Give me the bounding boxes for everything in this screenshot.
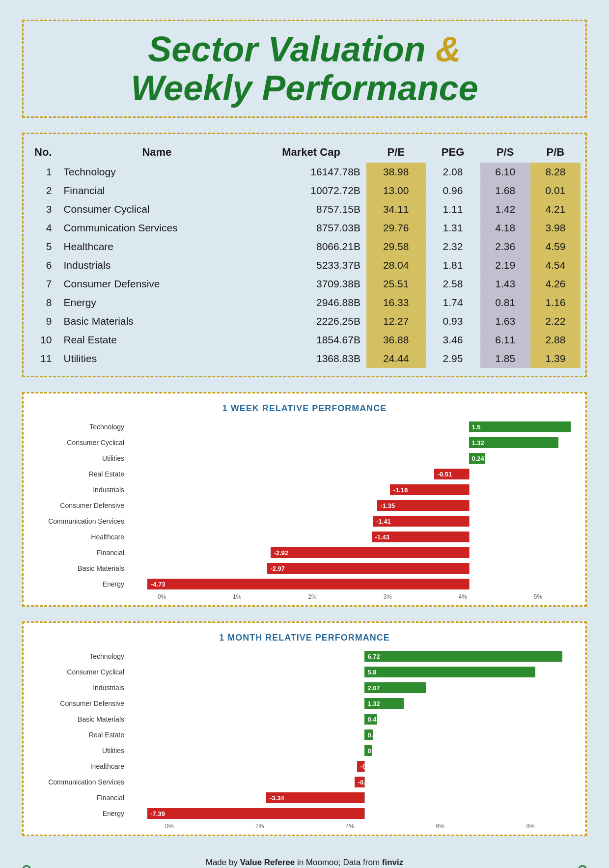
cell-name: Financial — [57, 181, 256, 200]
bar-container: -1.16 — [129, 484, 571, 495]
bar-value-label: -1.41 — [374, 518, 393, 525]
bar-value-label: 0.24 — [365, 747, 382, 755]
bar-row: Industrials-1.16 — [38, 483, 571, 496]
bar-value-label: -2.92 — [272, 549, 290, 557]
cell-ps: 0.81 — [480, 293, 530, 312]
cell-name: Basic Materials — [57, 312, 256, 331]
table-row: 9Basic Materials2226.25B12.270.931.632.2… — [28, 312, 581, 331]
table-col-peg: PEG — [426, 142, 480, 163]
zero-line — [469, 516, 470, 527]
bar-container: -0.26 — [129, 761, 571, 772]
bar-row: Utilities0.24 — [38, 452, 571, 465]
cell-no: 1 — [28, 163, 57, 181]
table-row: 4Communication Services8757.03B29.761.31… — [28, 219, 581, 237]
bar-value-label: -1.35 — [379, 502, 397, 509]
bar-container: 1.32 — [129, 698, 571, 709]
bar-container: -1.43 — [129, 532, 571, 542]
bar-row: Utilities0.24 — [38, 744, 571, 757]
cell-no: 6 — [28, 256, 57, 275]
bar-value-label: -1.16 — [391, 486, 410, 494]
cell-pe: 24.44 — [366, 349, 426, 368]
bar-container: 0.3 — [129, 729, 571, 740]
bar-value-label: 0.24 — [470, 455, 486, 462]
bar-container: 1.32 — [129, 437, 571, 448]
bar-row: Basic Materials-2.97 — [38, 562, 571, 575]
table-row: 5Healthcare8066.21B29.582.322.364.59 — [28, 237, 581, 256]
cell-peg: 0.93 — [426, 312, 480, 331]
cell-ps: 1.63 — [480, 312, 530, 331]
zero-line — [469, 579, 470, 589]
cell-pe: 29.58 — [366, 237, 426, 256]
bar-row: Energy-4.73 — [38, 578, 571, 590]
bar-container: -2.97 — [129, 563, 571, 574]
cell-no: 4 — [28, 219, 57, 237]
cell-no: 9 — [28, 312, 57, 331]
bar-label: Industrials — [38, 486, 129, 494]
cell-ps: 6.10 — [480, 163, 530, 181]
bar-container: 0.42 — [129, 714, 571, 725]
cell-pe: 38.98 — [366, 163, 426, 181]
header-line1: Sector Valuation — [148, 29, 425, 69]
zero-line — [364, 808, 365, 819]
cell-pe: 25.51 — [366, 275, 426, 293]
cell-ps: 6.11 — [480, 331, 530, 349]
cell-marketCap: 8066.21B — [256, 237, 366, 256]
chart1-area: Technology1.5Consumer Cyclical1.32Utilit… — [33, 420, 576, 590]
bar-label: Financial — [38, 549, 129, 557]
bar-label: Basic Materials — [38, 564, 129, 572]
bar-value-label: 1.32 — [470, 439, 486, 447]
cell-peg: 1.31 — [426, 219, 480, 237]
cell-no: 11 — [28, 349, 57, 368]
header-box: Sector Valuation & Weekly Performance — [22, 20, 587, 118]
cell-pe: 29.76 — [366, 219, 426, 237]
table-row: 7Consumer Defensive3709.38B25.512.581.43… — [28, 275, 581, 293]
bar-container: -3.34 — [129, 792, 571, 803]
cell-peg: 1.74 — [426, 293, 480, 312]
table-col-no: No. — [28, 142, 57, 163]
table-row: 6Industrials5233.37B28.041.812.194.54 — [28, 256, 581, 275]
bar-label: Healthcare — [38, 762, 129, 770]
bar-container: 1.5 — [129, 421, 571, 432]
table-col-pe: P/E — [366, 142, 426, 163]
bar-value-label: 5.8 — [365, 669, 378, 676]
cell-pb: 4.54 — [530, 256, 581, 275]
bar-row: Technology6.72 — [38, 650, 571, 663]
bar-label: Technology — [38, 652, 129, 660]
bar-label: Consumer Cyclical — [38, 668, 129, 676]
table-row: 3Consumer Cyclical8757.15B34.111.111.424… — [28, 200, 581, 219]
bar-container: 0.24 — [129, 453, 571, 464]
cell-marketCap: 10072.72B — [256, 181, 366, 200]
bar-label: Consumer Defensive — [38, 502, 129, 509]
axis-label: 0% — [124, 823, 215, 830]
cell-pb: 3.98 — [530, 219, 581, 237]
axis-label: 4% — [425, 593, 500, 600]
axis-label: 0% — [124, 593, 199, 600]
cell-pb: 1.16 — [530, 293, 581, 312]
bar-container: -1.35 — [129, 500, 571, 511]
cell-pe: 13.00 — [366, 181, 426, 200]
bar-value-label: -1.43 — [373, 533, 391, 541]
cell-marketCap: 1368.83B — [256, 349, 366, 368]
cell-ps: 1.85 — [480, 349, 530, 368]
bar-label: Communication Services — [38, 517, 129, 525]
bar-row: Consumer Cyclical1.32 — [38, 436, 571, 449]
bar-label: Real Estate — [38, 731, 129, 739]
bar-container: -1.41 — [129, 516, 571, 527]
cell-name: Technology — [57, 163, 256, 181]
zero-line — [469, 469, 470, 479]
table-col-marketcap: Market Cap — [256, 142, 366, 163]
header-amp: & — [436, 29, 461, 69]
bar-value-label: -0.51 — [436, 471, 454, 478]
bar-container: -2.92 — [129, 547, 571, 558]
table-col-pb: P/B — [530, 142, 581, 163]
cell-marketCap: 16147.78B — [256, 163, 366, 181]
cell-peg: 1.11 — [426, 200, 480, 219]
chart2-title: 1 MONTH RELATIVE PERFORMANCE — [33, 633, 576, 643]
bar-container: 2.07 — [129, 682, 571, 693]
cell-no: 10 — [28, 331, 57, 349]
cell-ps: 1.68 — [480, 181, 530, 200]
axis-label: 2% — [215, 823, 305, 830]
footer-circle-right — [578, 865, 587, 868]
cell-ps: 2.19 — [480, 256, 530, 275]
table-row: 2Financial10072.72B13.000.961.680.01 — [28, 181, 581, 200]
